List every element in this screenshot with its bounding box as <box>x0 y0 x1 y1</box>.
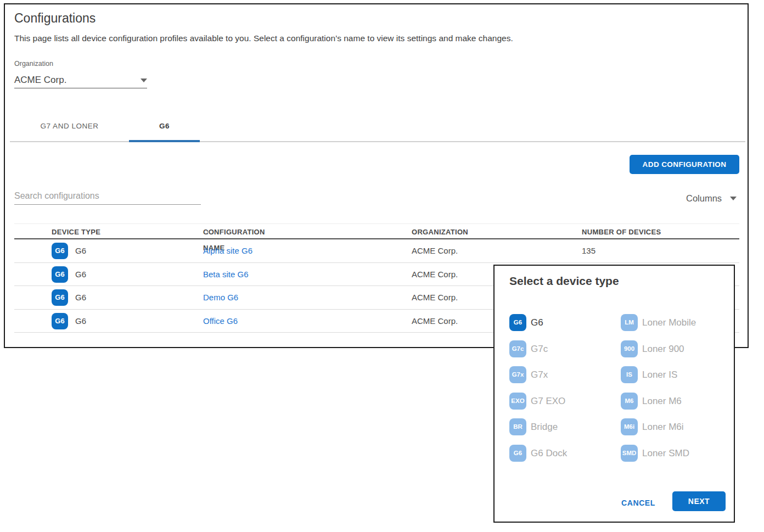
device-badge: G6 <box>509 314 526 331</box>
organization-value: ACME Corp. <box>14 75 66 86</box>
tab-g7-and-loner[interactable]: G7 AND LONER <box>10 111 129 141</box>
columns-dropdown[interactable]: Columns <box>686 192 737 205</box>
table-header-row: DEVICE TYPE CONFIGURATION NAME↑ ORGANIZA… <box>14 223 739 239</box>
device-label: G7 EXO <box>531 393 565 410</box>
select-device-type-dialog: Select a device type G6 G6 G7c G7c G7x G… <box>493 265 735 523</box>
device-type-cell: G6 <box>75 310 86 332</box>
header-device-type[interactable]: DEVICE TYPE <box>52 224 100 240</box>
device-badge: G7x <box>509 366 526 383</box>
device-label: Loner Mobile <box>642 314 696 331</box>
tab-g6[interactable]: G6 <box>129 111 200 141</box>
configuration-link[interactable]: Alpha site G6 <box>203 246 252 255</box>
cancel-button[interactable]: CANCEL <box>621 499 655 507</box>
configuration-name-cell: Office G6 <box>203 310 238 332</box>
device-label: Bridge <box>531 418 558 435</box>
configuration-link[interactable]: Beta site G6 <box>203 270 249 279</box>
device-type-cell: G6 <box>75 239 86 262</box>
dialog-title: Select a device type <box>509 275 619 288</box>
organization-select[interactable]: ACME Corp. <box>14 72 147 88</box>
device-count-cell: 135 <box>582 239 596 262</box>
device-badge: EXO <box>509 393 526 410</box>
device-label: Loner M6i <box>642 418 684 435</box>
configuration-name-cell: Alpha site G6 <box>203 239 252 262</box>
tab-bar: G7 AND LONER G6 <box>10 111 745 142</box>
device-badge: M6i <box>621 418 638 435</box>
header-organization[interactable]: ORGANIZATION <box>412 224 468 240</box>
device-badge: G6 <box>509 445 526 462</box>
device-type-badge: G6 <box>52 243 68 259</box>
device-badge: G7c <box>509 340 526 357</box>
device-badge: IS <box>621 366 638 383</box>
chevron-down-icon <box>141 79 147 82</box>
device-type-badge: G6 <box>52 266 68 283</box>
device-badge: LM <box>621 314 638 331</box>
device-badge: 900 <box>621 340 638 357</box>
device-label: Loner M6 <box>642 393 682 410</box>
device-type-badge: G6 <box>52 289 68 306</box>
device-label: G6 Dock <box>531 445 567 462</box>
configuration-link[interactable]: Demo G6 <box>203 293 238 302</box>
header-number-of-devices[interactable]: NUMBER OF DEVICES <box>582 224 661 240</box>
device-type-badge: G6 <box>52 313 68 329</box>
configuration-link[interactable]: Office G6 <box>203 316 238 326</box>
configuration-name-cell: Demo G6 <box>203 286 238 309</box>
chevron-down-icon <box>730 197 737 200</box>
table-row: G6 G6 Alpha site G6 ACME Corp. 135 <box>14 239 739 263</box>
page-description: This page lists all device configuration… <box>14 33 513 43</box>
active-tab-indicator <box>129 140 200 142</box>
device-label: Loner SMD <box>642 445 689 462</box>
organization-label: Organization <box>14 60 53 68</box>
device-type-cell: G6 <box>75 263 86 285</box>
next-button[interactable]: NEXT <box>672 491 726 511</box>
search-input[interactable] <box>14 188 201 205</box>
page-title: Configurations <box>14 11 96 26</box>
device-label: Loner IS <box>642 366 677 383</box>
device-badge: SMD <box>621 445 638 462</box>
device-label: G7c <box>531 340 548 357</box>
organization-cell: ACME Corp. <box>412 310 458 332</box>
sort-ascending-icon: ↑ <box>206 224 210 240</box>
organization-cell: ACME Corp. <box>412 286 458 309</box>
device-badge: BR <box>509 418 526 435</box>
organization-cell: ACME Corp. <box>412 263 458 285</box>
organization-cell: ACME Corp. <box>412 239 458 262</box>
configuration-name-cell: Beta site G6 <box>203 263 249 285</box>
device-label: Loner 900 <box>642 340 684 357</box>
device-label: G6 <box>531 314 543 331</box>
device-label: G7x <box>531 366 548 383</box>
device-badge: M6 <box>621 393 638 410</box>
add-configuration-button[interactable]: ADD CONFIGURATION <box>630 155 739 174</box>
columns-label: Columns <box>686 193 722 204</box>
device-type-cell: G6 <box>75 286 86 309</box>
